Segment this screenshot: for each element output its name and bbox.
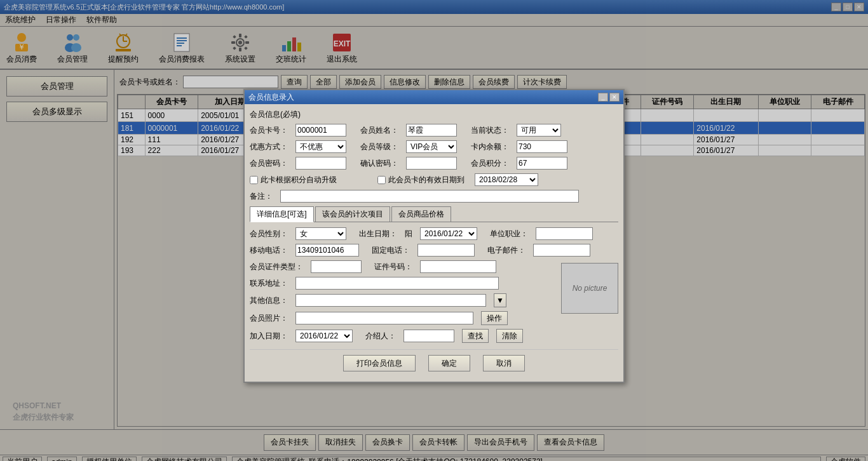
level-label: 会员等级： xyxy=(360,142,398,152)
balance-label: 卡内余额： xyxy=(471,142,509,152)
referrer-input[interactable] xyxy=(403,330,454,342)
auto-upgrade-checkbox[interactable] xyxy=(250,176,258,184)
auto-upgrade-label: 此卡根据积分自动升级 xyxy=(261,175,337,185)
fixed-label: 固定电话： xyxy=(372,245,410,256)
status-label: 当前状态： xyxy=(471,125,509,136)
work-label: 单位职业： xyxy=(490,229,528,239)
dialog-overlay: 会员信息录入 _ ✕ 会员信息(必填) 会员卡号： 会员姓名： 当前状态： 可用 xyxy=(0,0,868,461)
balance-input[interactable] xyxy=(517,140,567,153)
address-label: 联系地址： xyxy=(250,278,288,289)
gender-select[interactable]: 女 xyxy=(295,227,346,240)
points-label: 会员积分： xyxy=(471,158,509,169)
photo-section: No picture xyxy=(561,260,618,314)
dialog: 会员信息录入 _ ✕ 会员信息(必填) 会员卡号： 会员姓名： 当前状态： 可用 xyxy=(243,89,625,383)
discount-label: 优惠方式： xyxy=(250,142,288,152)
cert-no-label: 证件号码： xyxy=(374,262,412,272)
detail-tab-bar: 详细信息[可选] 该会员的计次项目 会员商品价格 xyxy=(250,206,618,222)
dialog-close-btn[interactable]: ✕ xyxy=(609,93,620,102)
expiry-select[interactable]: 2018/02/28 xyxy=(475,173,538,186)
cancel-btn[interactable]: 取消 xyxy=(483,355,525,371)
password-label: 会员密码： xyxy=(250,158,288,169)
fixed-input[interactable] xyxy=(417,244,475,257)
expiry-label: 此会员卡的有效日期到 xyxy=(388,175,465,185)
password-input[interactable] xyxy=(295,157,346,170)
auto-upgrade-group: 此卡根据积分自动升级 xyxy=(250,175,337,185)
status-select[interactable]: 可用 xyxy=(517,124,561,137)
dialog-body: 会员信息(必填) 会员卡号： 会员姓名： 当前状态： 可用 优惠方式： 不优惠 … xyxy=(245,104,623,382)
note-label: 备注： xyxy=(250,191,273,202)
confirm-btn[interactable]: 确定 xyxy=(428,355,470,371)
expiry-group: 此会员卡的有效日期到 xyxy=(377,175,465,185)
dialog-actions: 打印会员信息 确定 取消 xyxy=(250,349,618,377)
form-row-5: 备注： xyxy=(250,190,618,203)
cert-type-label: 会员证件类型： xyxy=(250,262,303,272)
email-input[interactable] xyxy=(533,244,590,257)
card-no-input[interactable] xyxy=(295,124,346,137)
tab-times[interactable]: 该会员的计次项目 xyxy=(315,206,390,222)
note-input[interactable] xyxy=(280,190,579,203)
work-input[interactable] xyxy=(536,227,593,240)
referrer-label: 介绍人： xyxy=(365,331,396,342)
dialog-title-bar: 会员信息录入 _ ✕ xyxy=(245,90,623,104)
detail-left: 会员证件类型： 证件号码： 联系地址： 其他信息： xyxy=(250,260,556,347)
detail-row-6: 会员照片： 操作 xyxy=(250,311,556,325)
detail-tab-content: 会员性别： 女 出生日期： 阳 2016/01/22 单位职业： 移动电话： xyxy=(250,227,618,347)
join-date-select[interactable]: 2016/01/22 xyxy=(295,330,353,342)
detail-row-2: 移动电话： 固定电话： 电子邮件： xyxy=(250,244,618,257)
other-input[interactable] xyxy=(295,294,486,307)
dialog-title: 会员信息录入 xyxy=(248,92,294,103)
detail-row-4: 联系地址： xyxy=(250,277,556,290)
dialog-controls[interactable]: _ ✕ xyxy=(598,93,620,102)
email-label: 电子邮件： xyxy=(487,245,526,256)
detail-row-1: 会员性别： 女 出生日期： 阳 2016/01/22 单位职业： xyxy=(250,227,618,240)
form-row-2: 优惠方式： 不优惠 会员等级： VIP会员 卡内余额： xyxy=(250,140,618,153)
tab-price[interactable]: 会员商品价格 xyxy=(391,206,451,222)
form-row-4: 此卡根据积分自动升级 此会员卡的有效日期到 2018/02/28 xyxy=(250,173,618,186)
form-row-3: 会员密码： 确认密码： 会员积分： xyxy=(250,157,618,170)
no-picture-placeholder: No picture xyxy=(561,263,618,314)
detail-row-3: 会员证件类型： 证件号码： xyxy=(250,260,556,273)
tab-detail[interactable]: 详细信息[可选] xyxy=(250,206,314,222)
cert-no-input[interactable] xyxy=(420,260,496,273)
confirm-pw-input[interactable] xyxy=(406,157,457,170)
discount-select[interactable]: 不优惠 xyxy=(295,140,346,153)
print-info-btn[interactable]: 打印会员信息 xyxy=(343,355,416,371)
other-label: 其他信息： xyxy=(250,295,288,306)
no-picture-text: No picture xyxy=(573,284,607,293)
find-referrer-btn[interactable]: 查找 xyxy=(462,329,489,343)
form-row-1: 会员卡号： 会员姓名： 当前状态： 可用 xyxy=(250,124,618,137)
cert-type-input[interactable] xyxy=(311,260,362,273)
gender-label: 会员性别： xyxy=(250,229,288,239)
photo-input[interactable] xyxy=(295,312,473,324)
join-date-label: 加入日期： xyxy=(250,331,288,342)
section-label: 会员信息(必填) xyxy=(250,109,618,120)
detail-row-3-wrapper: 会员证件类型： 证件号码： 联系地址： 其他信息： xyxy=(250,260,618,347)
other-expand-btn[interactable]: ▼ xyxy=(494,293,506,307)
detail-row-7: 加入日期： 2016/01/22 介绍人： 查找 清除 xyxy=(250,329,556,343)
photo-op-btn[interactable]: 操作 xyxy=(481,311,508,325)
mobile-input[interactable] xyxy=(295,244,359,257)
member-name-input[interactable] xyxy=(406,124,457,137)
expiry-checkbox[interactable] xyxy=(377,176,386,184)
dialog-minimize-btn[interactable]: _ xyxy=(598,93,608,102)
card-no-label: 会员卡号： xyxy=(250,125,288,136)
birth-prefix: 阳 xyxy=(405,229,412,239)
level-select[interactable]: VIP会员 xyxy=(406,140,457,153)
photo-label: 会员照片： xyxy=(250,313,288,324)
birth-select[interactable]: 2016/01/22 xyxy=(420,227,477,240)
birth-label: 出生日期： xyxy=(359,229,397,239)
confirm-pw-label: 确认密码： xyxy=(360,158,398,169)
mobile-label: 移动电话： xyxy=(250,245,288,256)
clear-referrer-btn[interactable]: 清除 xyxy=(496,329,523,343)
detail-row-5: 其他信息： ▼ xyxy=(250,293,556,307)
address-input[interactable] xyxy=(295,277,499,290)
member-name-label: 会员姓名： xyxy=(360,125,398,136)
points-input[interactable] xyxy=(517,157,567,170)
